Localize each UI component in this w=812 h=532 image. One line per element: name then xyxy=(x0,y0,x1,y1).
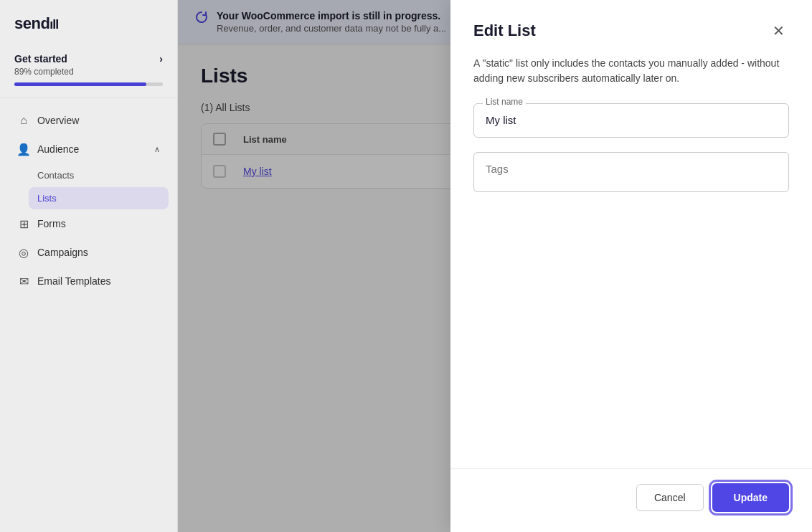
sidebar-item-label-audience: Audience xyxy=(37,143,79,155)
logo-bars: ıll xyxy=(49,17,58,32)
cancel-button[interactable]: Cancel xyxy=(636,484,704,511)
list-name-field[interactable]: List name xyxy=(473,103,789,138)
tags-field[interactable] xyxy=(473,152,789,192)
get-started-section: Get started › 89% completed xyxy=(0,44,177,98)
sidebar-item-label-forms: Forms xyxy=(37,218,66,229)
sidebar-item-contacts[interactable]: Contacts xyxy=(29,164,169,186)
modal-body: A "static" list only includes the contac… xyxy=(450,56,812,468)
sidebar-item-label-campaigns: Campaigns xyxy=(37,247,88,258)
list-name-group: List name xyxy=(473,103,789,138)
audience-icon: 👤 xyxy=(17,143,30,156)
audience-sub-menu: Contacts Lists xyxy=(29,164,169,209)
progress-text: 89% completed xyxy=(14,67,163,77)
sidebar-item-email-templates[interactable]: ✉ Email Templates xyxy=(9,267,169,295)
modal-footer: Cancel Update xyxy=(450,468,812,532)
sidebar: sendıll Get started › 89% completed ⌂ Ov… xyxy=(0,0,178,532)
nav-section: ⌂ Overview 👤 Audience ∧ Contacts Lists ⊞… xyxy=(0,98,177,532)
modal-header: Edit List ✕ xyxy=(450,0,812,56)
home-icon: ⌂ xyxy=(17,114,30,127)
close-button[interactable]: ✕ xyxy=(768,20,789,42)
sidebar-item-campaigns[interactable]: ◎ Campaigns xyxy=(9,239,169,266)
tags-input[interactable] xyxy=(486,163,777,175)
sidebar-item-overview[interactable]: ⌂ Overview xyxy=(9,107,169,134)
close-icon: ✕ xyxy=(773,22,785,39)
logo-text: send xyxy=(14,14,49,32)
audience-chevron-icon: ∧ xyxy=(154,145,160,154)
progress-bar-bg xyxy=(14,82,163,86)
forms-icon: ⊞ xyxy=(17,217,30,230)
logo-area: sendıll xyxy=(0,0,177,44)
edit-list-modal: Edit List ✕ A "static" list only include… xyxy=(450,0,812,532)
get-started-label[interactable]: Get started › xyxy=(14,53,163,65)
list-name-input[interactable] xyxy=(486,114,777,126)
get-started-text: Get started xyxy=(14,53,67,65)
tags-group xyxy=(473,152,789,192)
sidebar-item-lists[interactable]: Lists xyxy=(29,187,169,209)
modal-title: Edit List xyxy=(473,22,536,40)
sidebar-item-forms[interactable]: ⊞ Forms xyxy=(9,210,169,237)
sidebar-item-label-overview: Overview xyxy=(37,115,79,126)
modal-description: A "static" list only includes the contac… xyxy=(473,56,789,86)
email-templates-icon: ✉ xyxy=(17,275,30,288)
sidebar-item-label-contacts: Contacts xyxy=(37,170,74,181)
update-button[interactable]: Update xyxy=(712,483,789,512)
sidebar-item-label-email-templates: Email Templates xyxy=(37,275,110,287)
sidebar-item-label-lists: Lists xyxy=(37,193,57,204)
app-logo: sendıll xyxy=(14,14,163,33)
progress-bar-fill xyxy=(14,82,146,86)
sidebar-item-audience[interactable]: 👤 Audience ∧ xyxy=(9,136,169,163)
campaigns-icon: ◎ xyxy=(17,246,30,259)
get-started-chevron: › xyxy=(159,53,163,65)
list-name-label: List name xyxy=(483,97,526,107)
